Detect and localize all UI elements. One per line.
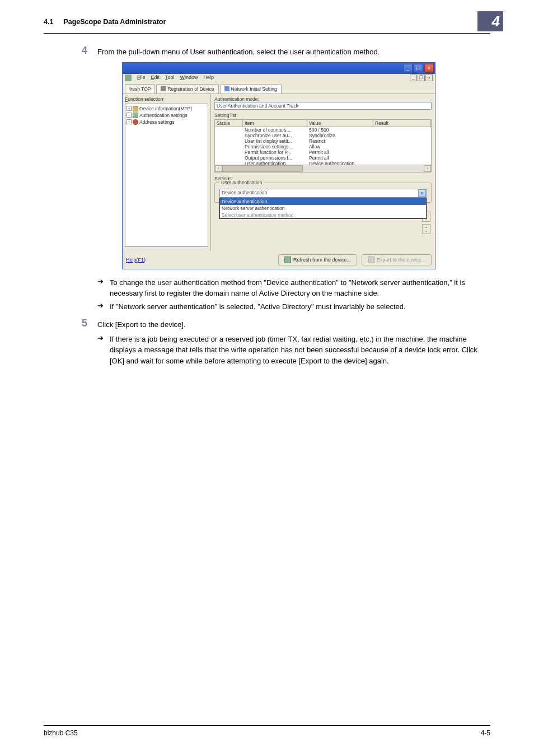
expand-icon[interactable]: + [127, 119, 132, 124]
setting-list-header: Status Item Value Result [214, 119, 432, 127]
col-item[interactable]: Item [243, 120, 307, 127]
menu-tool[interactable]: Tool [165, 74, 175, 82]
user-auth-combo[interactable]: Device authentication ▾ Device authentic… [219, 189, 427, 198]
tab-top[interactable]: fresh TOP [125, 84, 155, 94]
footer-left: bizhub C35 [44, 729, 78, 737]
titlebar: _ □ × [123, 63, 435, 74]
mdi-restore-icon[interactable]: ❐ [418, 74, 425, 81]
menu-window[interactable]: Window [180, 74, 198, 82]
arrow-icon: ➔ [97, 277, 110, 299]
network-icon [224, 86, 229, 91]
tab-bar: fresh TOP Registration of Device Network… [123, 83, 435, 94]
app-window: _ □ × File Edit Tool Window Help _ ❐ × f… [122, 62, 435, 269]
combo-dropdown[interactable]: Device authentication Network server aut… [219, 198, 427, 219]
function-tree[interactable]: + Device information(MFP) + Authenticati… [125, 104, 208, 247]
combo-option[interactable]: Device authentication [220, 198, 426, 205]
tree-item-auth-settings[interactable]: + Authentication settings [127, 112, 207, 119]
expand-icon[interactable]: + [127, 106, 132, 111]
tree-label: Authentication settings [139, 113, 188, 118]
export-icon [368, 256, 374, 263]
setting-list-label: Setting list: [214, 113, 432, 118]
col-value[interactable]: Value [307, 120, 373, 127]
menubar: File Edit Tool Window Help _ ❐ × [123, 74, 435, 83]
left-pane: Function selection: + Device information… [123, 94, 211, 251]
tree-label: Address settings [139, 119, 175, 125]
refresh-button[interactable]: Refresh from the device... [278, 254, 357, 265]
tree-item-address-settings[interactable]: + Address settings [127, 119, 207, 125]
section-title: PageScope Data Administrator [63, 18, 166, 26]
list-row[interactable]: Number of counters ...500 / 500 [215, 127, 431, 133]
step-4-bullet-2: If "Network server authentication" is se… [110, 301, 490, 312]
step-4-text: From the pull-down menu of User authenti… [97, 45, 490, 58]
maximize-icon[interactable]: □ [414, 64, 423, 72]
footer-right: 4-5 [481, 729, 490, 737]
close-icon[interactable]: × [424, 64, 434, 72]
list-row[interactable]: Permissions settings ...Allow [215, 144, 431, 150]
step-4-bullet-1: To change the user authentication method… [110, 277, 490, 299]
col-result[interactable]: Result [373, 120, 431, 127]
combo-option[interactable]: Network server authentication [220, 205, 426, 212]
user-auth-group: User authentication Device authenticatio… [214, 183, 432, 203]
tree-label: Device information(MFP) [139, 106, 192, 111]
step-5-text: Click [Export to the device]. [97, 318, 490, 330]
button-label: Export to the device... [377, 257, 425, 263]
menu-edit[interactable]: Edit [151, 74, 160, 82]
function-selection-label: Function selection: [125, 96, 208, 102]
list-row[interactable]: Permit function for P...Permit all [215, 150, 431, 155]
group-legend: User authentication [219, 180, 264, 185]
section-number: 4.1 [44, 18, 53, 26]
list-row[interactable]: User list display setti...Restrict [215, 138, 431, 144]
auth-mode-label: Authentication mode: [214, 96, 432, 102]
bottom-bar: Help(F1) Refresh from the device... Expo… [123, 251, 435, 269]
step-5-bullet-1: If there is a job being executed or a re… [110, 334, 490, 367]
setting-list-body[interactable]: Number of counters ...500 / 500 Synchron… [214, 127, 432, 165]
mdi-min-icon[interactable]: _ [410, 74, 417, 81]
step-4-number: 4 [44, 45, 97, 58]
refresh-icon [284, 256, 291, 263]
expand-icon[interactable]: + [127, 113, 132, 118]
horizontal-scrollbar[interactable]: ‹ › [214, 165, 432, 172]
tree-item-device-info[interactable]: + Device information(MFP) [127, 105, 207, 112]
app-icon [125, 74, 132, 81]
right-pane: Authentication mode: User Authentication… [211, 94, 435, 251]
combo-option[interactable]: Select user authentication method [220, 212, 426, 218]
step-5-number: 5 [44, 318, 97, 330]
menu-help[interactable]: Help [204, 74, 214, 82]
tab-network-initial[interactable]: Network Initial Setting [220, 84, 282, 94]
list-row[interactable]: Output permissions f...Permit all [215, 155, 431, 161]
menu-file[interactable]: File [137, 74, 146, 82]
arrow-icon: ➔ [97, 301, 110, 312]
auth-icon [133, 113, 138, 118]
scroll-track[interactable] [222, 165, 424, 172]
arrow-icon: ➔ [97, 334, 110, 367]
scroll-left-icon[interactable]: ‹ [215, 165, 222, 172]
list-row[interactable]: Synchronize user au...Synchronize [215, 133, 431, 138]
tab-registration[interactable]: Registration of Device [156, 84, 218, 94]
device-icon [161, 86, 166, 91]
auth-mode-field[interactable]: User Authentication and Account Track [214, 102, 432, 110]
chapter-badge: 4 [477, 11, 503, 31]
help-link[interactable]: Help(F1) [126, 257, 146, 263]
list-row[interactable]: User authenticationDevice authentication [215, 161, 431, 165]
combo-value[interactable]: Device authentication [219, 189, 427, 198]
minimize-icon[interactable]: _ [403, 64, 413, 72]
export-button[interactable]: Export to the device... [362, 254, 432, 265]
scroll-thumb[interactable] [222, 165, 303, 172]
button-label: Refresh from the device... [293, 257, 351, 263]
spinner[interactable]: ▴▾ [422, 224, 430, 234]
chevron-down-icon[interactable]: ▾ [418, 189, 426, 197]
scroll-right-icon[interactable]: › [424, 165, 431, 172]
address-icon [133, 119, 138, 125]
mdi-close-icon[interactable]: × [425, 74, 433, 81]
device-icon [133, 106, 138, 111]
col-status[interactable]: Status [215, 120, 243, 127]
